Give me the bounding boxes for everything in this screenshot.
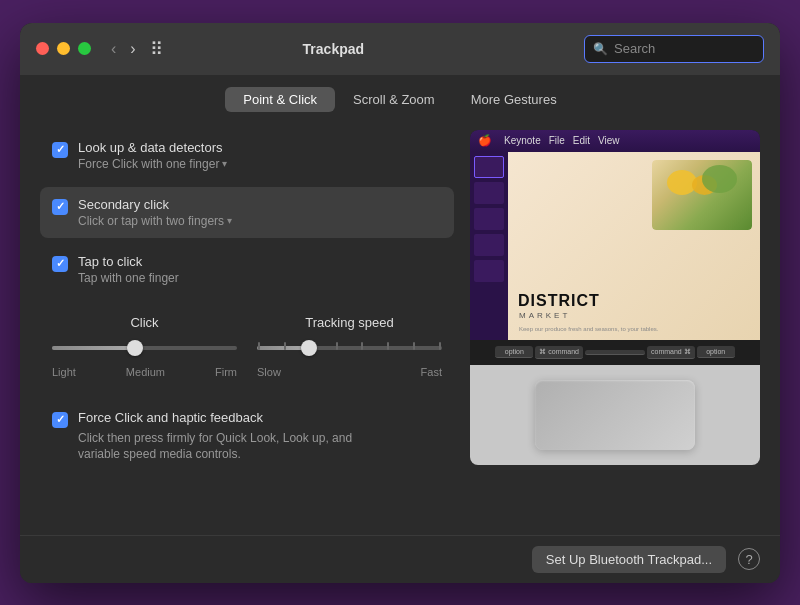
click-max-label: Firm — [215, 366, 237, 378]
look-up-dropdown-arrow[interactable]: ▾ — [222, 158, 227, 169]
tap-to-click-checkbox[interactable]: ✓ — [52, 256, 68, 272]
key-spacebar — [585, 350, 645, 355]
slide-thumb-4 — [474, 234, 504, 256]
preview-menubar: 🍎 Keynote File Edit View — [470, 130, 760, 152]
click-slider-track-container[interactable] — [52, 338, 237, 358]
search-icon: 🔍 — [593, 42, 608, 56]
click-slider-group: Click Light Medium Firm — [52, 315, 237, 378]
keyboard-preview: option ⌘ command command ⌘ option — [470, 340, 760, 365]
bottom-bar: Set Up Bluetooth Trackpad... ? — [20, 535, 780, 583]
secondary-click-text: Secondary click Click or tap with two fi… — [78, 197, 232, 228]
key-option-left: option — [495, 346, 533, 358]
secondary-click-dropdown-arrow[interactable]: ▾ — [227, 215, 232, 226]
setup-bluetooth-button[interactable]: Set Up Bluetooth Trackpad... — [532, 546, 726, 573]
window-title: Trackpad — [163, 41, 504, 57]
tracking-slider-labels: Slow Fast — [257, 366, 442, 378]
forward-arrow-icon[interactable]: › — [126, 38, 139, 60]
check-icon: ✓ — [56, 257, 65, 270]
key-command-left: ⌘ command — [535, 346, 583, 359]
slide-thumb-5 — [474, 260, 504, 282]
force-click-text: Force Click and haptic feedback Click th… — [78, 410, 358, 464]
key-option-right: option — [697, 346, 735, 358]
window-controls — [36, 42, 91, 55]
search-input[interactable]: Search — [614, 41, 655, 56]
tabs-row: Point & Click Scroll & Zoom More Gesture… — [20, 75, 780, 120]
tap-to-click-text: Tap to click Tap with one finger — [78, 254, 179, 285]
key-command-right: command ⌘ — [647, 346, 695, 359]
preview-main-area: DISTRICT MARKET Keep our produce fresh a… — [508, 152, 760, 340]
tracking-slider-track-container[interactable] — [257, 338, 442, 358]
click-min-label: Light — [52, 366, 76, 378]
tab-point-click[interactable]: Point & Click — [225, 87, 335, 112]
preview-content: DISTRICT MARKET Keep our produce fresh a… — [470, 152, 760, 340]
titlebar: ‹ › ⠿ Trackpad 🔍 Search — [20, 23, 780, 75]
force-click-setting: ✓ Force Click and haptic feedback Click … — [40, 398, 454, 476]
right-panel: 🍎 Keynote File Edit View — [470, 130, 760, 515]
force-click-sublabel: Click then press firmly for Quick Look, … — [78, 430, 358, 464]
menubar-items: Keynote File Edit View — [504, 135, 620, 146]
force-click-checkbox[interactable]: ✓ — [52, 412, 68, 428]
look-up-text: Look up & data detectors Force Click wit… — [78, 140, 227, 171]
click-mid-label: Medium — [126, 366, 165, 378]
check-icon: ✓ — [56, 143, 65, 156]
maximize-button[interactable] — [78, 42, 91, 55]
close-button[interactable] — [36, 42, 49, 55]
main-window: ‹ › ⠿ Trackpad 🔍 Search Point & Click Sc… — [20, 23, 780, 583]
check-icon: ✓ — [56, 413, 65, 426]
tap-to-click-setting: ✓ Tap to click Tap with one finger — [40, 244, 454, 295]
secondary-click-checkbox[interactable]: ✓ — [52, 199, 68, 215]
slide-thumb-2 — [474, 182, 504, 204]
help-button[interactable]: ? — [738, 548, 760, 570]
content-area: ✓ Look up & data detectors Force Click w… — [20, 120, 780, 535]
slide-subtitle: MARKET — [519, 311, 570, 320]
tracking-slider-label: Tracking speed — [257, 315, 442, 330]
click-slider-track — [52, 346, 237, 350]
secondary-click-sublabel: Click or tap with two fingers ▾ — [78, 214, 232, 228]
slide-thumb-3 — [474, 208, 504, 230]
tracking-max-label: Fast — [421, 366, 442, 378]
apple-menu-icon: 🍎 — [478, 134, 492, 147]
click-slider-label: Click — [52, 315, 237, 330]
tracking-slider-track — [257, 346, 442, 350]
tracking-min-label: Slow — [257, 366, 281, 378]
click-slider-thumb[interactable] — [127, 340, 143, 356]
menubar-item-keynote: Keynote — [504, 135, 541, 146]
slide-title: DISTRICT — [518, 292, 600, 310]
menubar-item-edit: Edit — [573, 135, 590, 146]
slide-thumb-1 — [474, 156, 504, 178]
preview-screen: 🍎 Keynote File Edit View — [470, 130, 760, 340]
look-up-setting: ✓ Look up & data detectors Force Click w… — [40, 130, 454, 181]
sliders-row: Click Light Medium Firm Tr — [40, 305, 454, 388]
click-slider-labels: Light Medium Firm — [52, 366, 237, 378]
tracking-slider-group: Tracking speed — [257, 315, 442, 378]
app-grid-icon: ⠿ — [150, 38, 163, 60]
look-up-label: Look up & data detectors — [78, 140, 227, 155]
menubar-item-view: View — [598, 135, 620, 146]
tab-scroll-zoom[interactable]: Scroll & Zoom — [335, 87, 453, 112]
click-slider-fill — [52, 346, 135, 350]
preview-trackpad — [470, 365, 760, 465]
preview-slide: DISTRICT MARKET Keep our produce fresh a… — [508, 152, 760, 340]
back-arrow-icon[interactable]: ‹ — [107, 38, 120, 60]
tracking-slider-thumb[interactable] — [301, 340, 317, 356]
menubar-item-file: File — [549, 135, 565, 146]
tap-to-click-label: Tap to click — [78, 254, 179, 269]
secondary-click-label: Secondary click — [78, 197, 232, 212]
left-panel: ✓ Look up & data detectors Force Click w… — [40, 130, 454, 515]
look-up-sublabel: Force Click with one finger ▾ — [78, 157, 227, 171]
titlebar-nav: ‹ › — [107, 38, 140, 60]
search-bar[interactable]: 🔍 Search — [584, 35, 764, 63]
minimize-button[interactable] — [57, 42, 70, 55]
force-click-label: Force Click and haptic feedback — [78, 410, 358, 425]
secondary-click-setting: ✓ Secondary click Click or tap with two … — [40, 187, 454, 238]
check-icon: ✓ — [56, 200, 65, 213]
keyboard-row-1: option ⌘ command command ⌘ option — [495, 346, 734, 359]
preview-sidebar — [470, 152, 508, 340]
look-up-checkbox[interactable]: ✓ — [52, 142, 68, 158]
tab-more-gestures[interactable]: More Gestures — [453, 87, 575, 112]
tap-to-click-sublabel: Tap with one finger — [78, 271, 179, 285]
trackpad-surface — [535, 380, 695, 450]
slide-tagline: Keep our produce fresh and seasons, to y… — [519, 325, 752, 333]
